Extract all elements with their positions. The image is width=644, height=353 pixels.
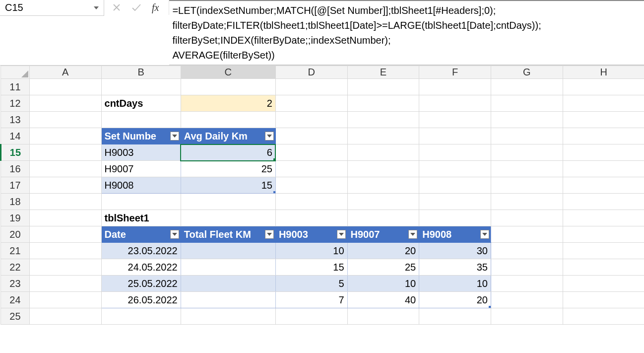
row-header-13[interactable]: 13 <box>1 112 30 128</box>
cell-G16[interactable] <box>491 161 563 177</box>
cell-G19[interactable] <box>491 210 563 226</box>
cell-C18[interactable] <box>181 194 275 210</box>
cell-C25[interactable] <box>181 308 275 325</box>
cell-D24[interactable]: 7 <box>275 292 347 308</box>
cell-G18[interactable] <box>491 194 563 210</box>
cell-D18[interactable] <box>275 194 347 210</box>
row-header-23[interactable]: 23 <box>1 276 30 292</box>
filter-icon[interactable] <box>337 230 346 239</box>
cell-C24[interactable] <box>181 292 275 308</box>
cell-A15[interactable] <box>29 144 101 161</box>
cell-H15[interactable] <box>563 144 644 161</box>
cell-G24[interactable] <box>491 292 563 308</box>
cell-E17[interactable] <box>347 177 419 194</box>
row-header-16[interactable]: 16 <box>1 161 30 177</box>
cell-H21[interactable] <box>563 243 644 259</box>
cell-A25[interactable] <box>29 308 101 325</box>
cell-G13[interactable] <box>491 112 563 128</box>
cell-B17[interactable]: H9008 <box>101 177 181 194</box>
cell-H11[interactable] <box>563 79 644 95</box>
cell-D25[interactable] <box>275 308 347 325</box>
cell-E14[interactable] <box>347 128 419 144</box>
cell-C21[interactable] <box>181 243 275 259</box>
row-header-12[interactable]: 12 <box>1 95 30 112</box>
row-header-25[interactable]: 25 <box>1 308 30 325</box>
cell-H18[interactable] <box>563 194 644 210</box>
cell-B24[interactable]: 26.05.2022 <box>101 292 181 308</box>
cell-G17[interactable] <box>491 177 563 194</box>
filter-icon[interactable] <box>265 230 274 239</box>
cell-F20[interactable]: H9008 <box>419 226 491 243</box>
cell-A13[interactable] <box>29 112 101 128</box>
cell-E13[interactable] <box>347 112 419 128</box>
name-box[interactable]: C15 <box>0 0 104 16</box>
cell-H22[interactable] <box>563 259 644 276</box>
col-header-B[interactable]: B <box>101 66 181 79</box>
cell-D16[interactable] <box>275 161 347 177</box>
cell-E15[interactable] <box>347 144 419 161</box>
cell-H13[interactable] <box>563 112 644 128</box>
row-header-21[interactable]: 21 <box>1 243 30 259</box>
cell-B25[interactable] <box>101 308 181 325</box>
select-all-corner[interactable] <box>1 66 30 79</box>
row-header-22[interactable]: 22 <box>1 259 30 276</box>
cell-H20[interactable] <box>563 226 644 243</box>
row-header-11[interactable]: 11 <box>1 79 30 95</box>
row-header-18[interactable]: 18 <box>1 194 30 210</box>
cell-F12[interactable] <box>419 95 491 112</box>
cell-A14[interactable] <box>29 128 101 144</box>
cell-B12[interactable]: cntDays <box>101 95 181 112</box>
cell-H14[interactable] <box>563 128 644 144</box>
cell-G20[interactable] <box>491 226 563 243</box>
cell-C20[interactable]: Total Fleet KM <box>181 226 275 243</box>
cell-E16[interactable] <box>347 161 419 177</box>
cell-F19[interactable] <box>419 210 491 226</box>
cell-G23[interactable] <box>491 276 563 292</box>
col-header-G[interactable]: G <box>491 66 563 79</box>
cell-D15[interactable] <box>275 144 347 161</box>
cell-C15[interactable]: 6 <box>181 144 275 161</box>
cell-B13[interactable] <box>101 112 181 128</box>
col-header-A[interactable]: A <box>29 66 101 79</box>
cell-A11[interactable] <box>29 79 101 95</box>
cell-B20[interactable]: Date <box>101 226 181 243</box>
cell-G11[interactable] <box>491 79 563 95</box>
cell-D19[interactable] <box>275 210 347 226</box>
col-header-H[interactable]: H <box>563 66 644 79</box>
row-header-14[interactable]: 14 <box>1 128 30 144</box>
cell-H19[interactable] <box>563 210 644 226</box>
cell-H25[interactable] <box>563 308 644 325</box>
cell-F24[interactable]: 20 <box>419 292 491 308</box>
cell-C23[interactable] <box>181 276 275 292</box>
cell-G14[interactable] <box>491 128 563 144</box>
col-header-C[interactable]: C <box>181 66 275 79</box>
cell-A23[interactable] <box>29 276 101 292</box>
cell-D22[interactable]: 15 <box>275 259 347 276</box>
cell-C22[interactable] <box>181 259 275 276</box>
cell-B14[interactable]: Set Numbe <box>101 128 181 144</box>
cell-F22[interactable]: 35 <box>419 259 491 276</box>
cell-C17[interactable]: 15 <box>181 177 275 194</box>
cell-A17[interactable] <box>29 177 101 194</box>
cell-C11[interactable] <box>181 79 275 95</box>
cell-F14[interactable] <box>419 128 491 144</box>
cell-H23[interactable] <box>563 276 644 292</box>
cell-A19[interactable] <box>29 210 101 226</box>
cell-F16[interactable] <box>419 161 491 177</box>
cell-H12[interactable] <box>563 95 644 112</box>
cell-E21[interactable]: 20 <box>347 243 419 259</box>
cell-A22[interactable] <box>29 259 101 276</box>
cell-F18[interactable] <box>419 194 491 210</box>
cell-E24[interactable]: 40 <box>347 292 419 308</box>
cell-B18[interactable] <box>101 194 181 210</box>
row-header-19[interactable]: 19 <box>1 210 30 226</box>
cell-C13[interactable] <box>181 112 275 128</box>
cell-A21[interactable] <box>29 243 101 259</box>
cell-B22[interactable]: 24.05.2022 <box>101 259 181 276</box>
cell-C19[interactable] <box>181 210 275 226</box>
col-header-F[interactable]: F <box>419 66 491 79</box>
row-header-15[interactable]: 15 <box>1 144 30 161</box>
cell-A20[interactable] <box>29 226 101 243</box>
cell-D23[interactable]: 5 <box>275 276 347 292</box>
fx-icon[interactable]: fx <box>150 2 163 13</box>
